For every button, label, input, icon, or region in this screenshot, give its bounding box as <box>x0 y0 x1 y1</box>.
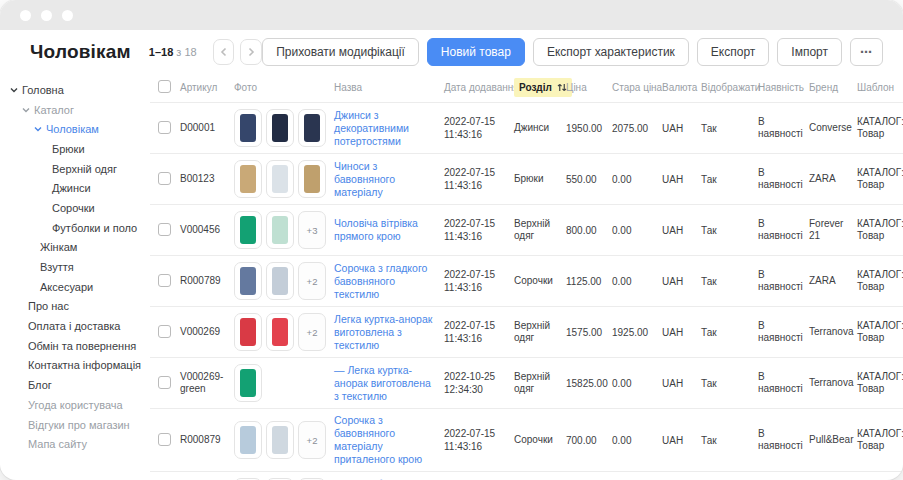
date-added: 2022-07-15 <box>444 166 508 179</box>
sidebar-item-жінкам[interactable]: Жінкам <box>0 238 150 258</box>
more-photos-badge[interactable]: +3 <box>298 211 326 249</box>
select-all-checkbox[interactable] <box>158 80 171 93</box>
row-checkbox[interactable] <box>158 274 171 287</box>
more-photos-badge[interactable]: +2 <box>298 421 326 459</box>
sidebar-item-label: Футболки и поло <box>52 222 137 234</box>
sidebar-item-каталог[interactable]: Каталог <box>0 100 150 120</box>
cell-name: Сорочка з гладкого бавовняного текстилю <box>334 256 444 307</box>
column-header-section[interactable]: Розділ <box>514 74 566 103</box>
product-photo[interactable] <box>234 262 262 300</box>
product-name-link[interactable]: — Легка куртка-анорак виготовлена з текс… <box>334 364 438 403</box>
cell-display: Так <box>701 358 758 409</box>
cell-price: 15825.00 <box>566 358 612 409</box>
sidebar-item-джинси[interactable]: Джинси <box>0 178 150 198</box>
product-row: V000269-green— Легка куртка-анорак вигот… <box>150 358 903 409</box>
window-dot[interactable] <box>62 10 73 21</box>
sidebar-item-угода-користувача[interactable]: Угода користувача <box>0 395 150 415</box>
product-name-link[interactable]: Джинси з декоративними потертостями <box>334 109 438 148</box>
row-checkbox[interactable] <box>158 376 171 389</box>
product-photo[interactable] <box>266 211 294 249</box>
product-photo[interactable] <box>298 109 326 147</box>
date-added: 2022-10-25 <box>444 370 508 383</box>
time-added: 11:43:16 <box>444 230 508 243</box>
cell-name: Сорочка з бавовняного матеріалу притален… <box>334 409 444 472</box>
cell-select <box>150 205 180 256</box>
garment-shape <box>240 114 256 142</box>
sidebar-item-мапа-сайту[interactable]: Мапа сайту <box>0 434 150 454</box>
product-photo[interactable] <box>234 109 262 147</box>
row-checkbox[interactable] <box>158 325 171 338</box>
row-checkbox[interactable] <box>158 172 171 185</box>
sidebar-item-відгуки-про-магазин[interactable]: Відгуки про магазин <box>0 415 150 435</box>
cell-select <box>150 307 180 358</box>
row-checkbox[interactable] <box>158 223 171 236</box>
new-product-button[interactable]: Новий товар <box>427 38 525 66</box>
prev-page-button[interactable] <box>213 39 235 65</box>
column-header-sku: Артикул <box>180 74 234 103</box>
sidebar-item-головна[interactable]: Головна <box>0 80 150 100</box>
more-photos-badge[interactable]: +2 <box>298 313 326 351</box>
sidebar-item-обмін-та-повернення[interactable]: Обмін та повернення <box>0 336 150 356</box>
date-added: 2022-07-15 <box>444 217 508 230</box>
product-photo[interactable] <box>266 160 294 198</box>
cell-brand: Terranova <box>809 307 857 358</box>
expand-chevron-icon[interactable] <box>34 126 46 132</box>
product-photo[interactable] <box>234 160 262 198</box>
cell-old-price: 2075.00 <box>612 103 662 154</box>
product-name-link[interactable]: Чиноси з бавовняного матеріалу <box>334 160 438 199</box>
product-photo[interactable] <box>234 364 262 402</box>
time-added: 11:43:16 <box>444 440 508 453</box>
import-button[interactable]: Імпорт <box>777 38 842 66</box>
product-photo[interactable] <box>298 160 326 198</box>
sorted-column-highlight[interactable]: Розділ <box>514 78 572 97</box>
garment-shape <box>304 165 320 193</box>
sidebar-item-аксесуари[interactable]: Аксесуари <box>0 277 150 297</box>
cell-date: 2022-07-1511:43:16 <box>444 307 514 358</box>
sidebar-item-верхній-одяг[interactable]: Верхній одяг <box>0 159 150 179</box>
sidebar-item-контактна-інформація[interactable]: Контактна інформація <box>0 356 150 376</box>
sidebar-item-блог[interactable]: Блог <box>0 375 150 395</box>
cell-display: Так <box>701 409 758 472</box>
product-photo[interactable] <box>234 313 262 351</box>
export-button[interactable]: Експорт <box>697 38 769 66</box>
product-row: V000456+3Чоловіча вітрівка прямого крою2… <box>150 205 903 256</box>
product-photo[interactable] <box>234 211 262 249</box>
window-dot[interactable] <box>20 10 31 21</box>
cell-currency: UAH <box>662 205 701 256</box>
row-checkbox[interactable] <box>158 433 171 446</box>
product-photo[interactable] <box>266 313 294 351</box>
product-photo[interactable] <box>266 421 294 459</box>
sidebar-item-про-нас[interactable]: Про нас <box>0 297 150 317</box>
product-name-link[interactable]: Сорочка з бавовняного матеріалу притален… <box>334 414 438 466</box>
more-actions-button[interactable]: ⋯ <box>850 38 883 66</box>
sidebar-item-сорочки[interactable]: Сорочки <box>0 198 150 218</box>
sidebar-item-брюки[interactable]: Брюки <box>0 139 150 159</box>
cell-display: Так <box>701 472 758 480</box>
product-photo[interactable] <box>234 421 262 459</box>
more-photos-badge[interactable]: +2 <box>298 262 326 300</box>
row-checkbox[interactable] <box>158 121 171 134</box>
window-dot[interactable] <box>41 10 52 21</box>
product-name-link[interactable]: Чоловіча вітрівка прямого крою <box>334 217 438 243</box>
product-photo[interactable] <box>266 262 294 300</box>
product-row: D00001Джинси з декоративними потертостям… <box>150 103 903 154</box>
product-name-link[interactable]: Легка куртка-анорак виготовлена з тексти… <box>334 313 438 352</box>
sidebar-item-футболки-и-поло[interactable]: Футболки и поло <box>0 218 150 238</box>
chevron-down-icon <box>10 87 18 93</box>
sidebar-item-взуття[interactable]: Взуття <box>0 257 150 277</box>
product-name-link[interactable]: Сорочка з гладкого бавовняного текстилю <box>334 262 438 301</box>
product-photo[interactable] <box>266 109 294 147</box>
cell-price: 800.00 <box>566 205 612 256</box>
expand-chevron-icon[interactable] <box>22 107 34 113</box>
sidebar-item-чоловікам[interactable]: Чоловікам <box>0 119 150 139</box>
sidebar-item-оплата-і-доставка[interactable]: Оплата і доставка <box>0 316 150 336</box>
cell-brand <box>809 472 857 480</box>
column-header-template: Шаблон <box>857 74 903 103</box>
export-characteristics-button[interactable]: Експорт характеристик <box>533 38 689 66</box>
expand-chevron-icon[interactable] <box>10 87 22 93</box>
cell-select <box>150 472 180 480</box>
hide-modifications-button[interactable]: Приховати модифікації <box>262 38 419 66</box>
next-page-button[interactable] <box>240 39 262 65</box>
cell-availability: В наявності <box>758 256 809 307</box>
sidebar-item-label: Угода користувача <box>28 399 123 411</box>
